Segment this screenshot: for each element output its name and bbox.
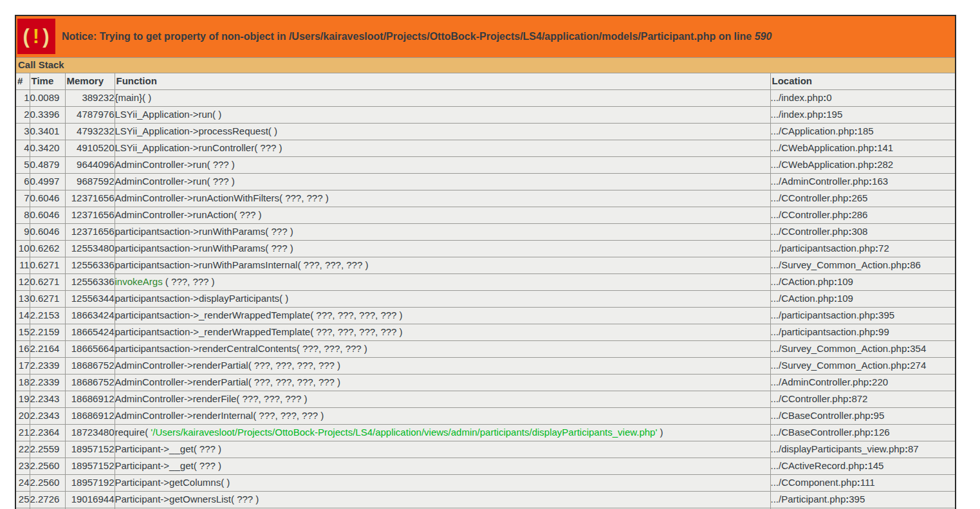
stack-frame-memory: 12371656 xyxy=(65,223,115,240)
stack-frame-time: 0.6271 xyxy=(30,273,65,290)
stack-frame-location: .../CAction.php:109 xyxy=(770,290,956,307)
stack-frame-time: 2.2339 xyxy=(30,374,65,391)
stack-frame-location: .../Participant.php:395 xyxy=(770,491,956,508)
stack-frame-memory: 12371656 xyxy=(65,207,115,223)
stack-frame-function: AdminController->renderInternal( ???, ??… xyxy=(115,407,770,424)
call-stack-title-row: Call Stack xyxy=(15,57,956,73)
stack-frame-time: 2.2560 xyxy=(30,474,65,491)
notice-line-number: 590 xyxy=(755,31,772,42)
stack-frame-location: .../AdminController.php:163 xyxy=(770,173,956,190)
table-row: 2 0.3396 4787976 LSYii_Application->run(… xyxy=(15,106,956,123)
stack-frame-location: .../CAction.php:109 xyxy=(770,273,956,290)
stack-frame-memory: 18686752 xyxy=(65,374,115,391)
stack-frame-number: 10 xyxy=(15,240,30,257)
stack-frame-time: 0.6271 xyxy=(30,290,65,307)
function-doc-link[interactable]: invokeArgs xyxy=(115,276,163,287)
stack-frame-memory: 18686752 xyxy=(65,357,115,374)
stack-frame-function: require( '/Users/kairavesloot/Projects/O… xyxy=(115,424,770,441)
stack-frame-number: 15 xyxy=(15,324,30,340)
stack-frame-time: 0.3396 xyxy=(30,106,65,123)
col-header-time: Time xyxy=(30,73,65,89)
table-row: 14 2.2153 18663424 participantsaction->_… xyxy=(15,307,956,324)
table-row: 5 0.4879 9644096 AdminController->run( ?… xyxy=(15,156,956,173)
stack-frame-location: .../CActiveRecord.php:145 xyxy=(770,458,956,474)
stack-frame-memory: 18663424 xyxy=(65,307,115,324)
stack-frame-location: .../Survey_Common_Action.php:354 xyxy=(770,340,956,357)
stack-frame-memory: 389232 xyxy=(65,89,115,106)
call-stack-title: Call Stack xyxy=(15,57,956,73)
stack-frame-memory: 12556344 xyxy=(65,290,115,307)
table-row: 6 0.4997 9687592 AdminController->run( ?… xyxy=(15,173,956,190)
table-row: 15 2.2159 18665424 participantsaction->_… xyxy=(15,324,956,340)
stack-frame-time: 0.6046 xyxy=(30,190,65,207)
stack-frame-time: 2.2559 xyxy=(30,441,65,458)
stack-frame-location: .../index.php:0 xyxy=(770,89,956,106)
stack-frame-memory: 18957152 xyxy=(65,441,115,458)
table-row: 11 0.6271 12556336 participantsaction->r… xyxy=(15,257,956,273)
stack-frame-memory: 19016944 xyxy=(65,491,115,508)
stack-frame-location: .../CWebApplication.php:141 xyxy=(770,140,956,156)
stack-frame-function: participantsaction->runWithParams( ??? ) xyxy=(115,223,770,240)
stack-frame-location: .../AdminController.php:220 xyxy=(770,374,956,391)
stack-frame-time: 0.4879 xyxy=(30,156,65,173)
stack-frame-number: 8 xyxy=(15,207,30,223)
stack-frame-function: LSYii_Application->processRequest( ) xyxy=(115,123,770,140)
table-row: 16 2.2164 18665664 participantsaction->r… xyxy=(15,340,956,357)
stack-frame-time: 0.3420 xyxy=(30,140,65,156)
stack-frame-time: 0.6262 xyxy=(30,240,65,257)
stack-frame-location: .../participantsaction.php:72 xyxy=(770,240,956,257)
warning-icon-paren-open: ( xyxy=(23,24,30,48)
stack-frame-time: 2.2339 xyxy=(30,357,65,374)
stack-frame-memory: 4910520 xyxy=(65,140,115,156)
col-header-function: Function xyxy=(115,73,770,89)
stack-frame-location: .../CController.php:265 xyxy=(770,190,956,207)
stack-frame-function: AdminController->renderPartial( ???, ???… xyxy=(115,357,770,374)
stack-frame-number: 17 xyxy=(15,357,30,374)
warning-icon-paren-close: ) xyxy=(42,24,50,48)
table-row: 8 0.6046 12371656 AdminController->runAc… xyxy=(15,207,956,223)
stack-frame-memory: 9644096 xyxy=(65,156,115,173)
table-row: 13 0.6271 12556344 participantsaction->d… xyxy=(15,290,956,307)
stack-frame-memory: 18957152 xyxy=(65,458,115,474)
stack-frame-function: AdminController->renderFile( ???, ???, ?… xyxy=(115,391,770,407)
stack-frame-memory: 18686912 xyxy=(65,391,115,407)
stack-frame-memory: 18665424 xyxy=(65,324,115,340)
stack-frame-memory: 18686912 xyxy=(65,407,115,424)
stack-frame-location: .../Survey_Common_Action.php:274 xyxy=(770,357,956,374)
stack-frame-function: participantsaction->renderCentralContent… xyxy=(115,340,770,357)
stack-frame-function: invokeArgs ( ???, ??? ) xyxy=(115,273,770,290)
notice-header-row: (!) Notice: Trying to get property of no… xyxy=(15,15,956,57)
stack-frame-location: .../CController.php:286 xyxy=(770,207,956,223)
stack-frame-number: 20 xyxy=(15,407,30,424)
table-row: 22 2.2559 18957152 Participant->__get( ?… xyxy=(15,441,956,458)
stack-frame-function: participantsaction->_renderWrappedTempla… xyxy=(115,307,770,324)
table-row: 17 2.2339 18686752 AdminController->rend… xyxy=(15,357,956,374)
stack-frame-time: 0.6046 xyxy=(30,223,65,240)
stack-frame-memory: 12553480 xyxy=(65,240,115,257)
stack-frame-function: Participant->getColumns( ) xyxy=(115,474,770,491)
stack-frame-function: LSYii_Application->runController( ??? ) xyxy=(115,140,770,156)
stack-frame-time: 0.6271 xyxy=(30,257,65,273)
notice-message-text: Notice: Trying to get property of non-ob… xyxy=(62,31,755,42)
col-header-location: Location xyxy=(770,73,956,89)
stack-frame-time: 0.4997 xyxy=(30,173,65,190)
stack-frame-function: participantsaction->runWithParamsInterna… xyxy=(115,257,770,273)
stack-frame-number: 7 xyxy=(15,190,30,207)
stack-frame-function: AdminController->runActionWithFilters( ?… xyxy=(115,190,770,207)
stack-frame-memory: 12556336 xyxy=(65,257,115,273)
warning-icon: (!) xyxy=(17,19,55,54)
stack-frame-memory: 18957192 xyxy=(65,474,115,491)
stack-frame-number: 14 xyxy=(15,307,30,324)
stack-frame-location: .../CController.php:872 xyxy=(770,391,956,407)
stack-frame-function: AdminController->runAction( ??? ) xyxy=(115,207,770,223)
stack-frame-location: .../displayParticipants_view.php:87 xyxy=(770,441,956,458)
stack-frame-number: 21 xyxy=(15,424,30,441)
stack-frame-time: 2.2343 xyxy=(30,407,65,424)
table-row: 4 0.3420 4910520 LSYii_Application->runC… xyxy=(15,140,956,156)
col-header-num: # xyxy=(15,73,30,89)
stack-frame-function: participantsaction->_renderWrappedTempla… xyxy=(115,324,770,340)
stack-frame-time: 2.2726 xyxy=(30,491,65,508)
stack-frame-function: AdminController->run( ??? ) xyxy=(115,173,770,190)
table-row: 23 2.2560 18957152 Participant->__get( ?… xyxy=(15,458,956,474)
stack-frame-location: .../CBaseController.php:126 xyxy=(770,424,956,441)
